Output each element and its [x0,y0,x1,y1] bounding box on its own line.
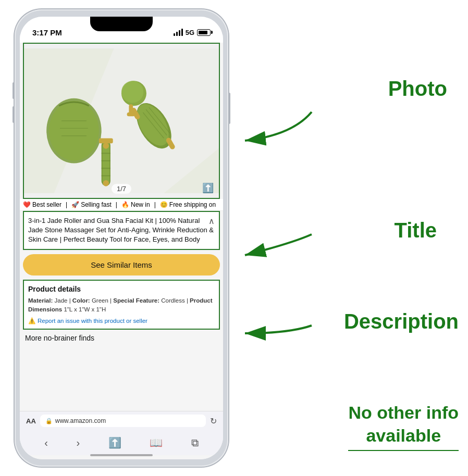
status-icons: 5G [174,29,211,36]
expand-button[interactable]: ∧ [208,216,215,226]
browser-aa[interactable]: AA [26,417,36,425]
product-details-heading: Product details [28,285,215,293]
volume-up-button [13,82,15,99]
image-counter: 1/7 [112,184,131,194]
tag-new-in: 🔥 New in [121,201,150,208]
annotation-title: Title [394,219,437,242]
volume-down-button [13,106,15,123]
report-issue-link[interactable]: ⚠️ Report an issue with this product or … [28,317,215,324]
tag-free-shipping: 😊 Free shipping on [160,201,216,208]
svg-point-4 [49,101,99,161]
tag-best-seller: ❤️ Best seller [23,201,61,208]
status-bar: 3:17 PM 5G [20,17,223,43]
share-icon[interactable]: ⬆️ [202,182,214,194]
forward-button[interactable]: › [76,437,80,449]
lock-icon: 🔒 [45,418,53,424]
product-title-section: 3-in-1 Jade Roller and Gua Sha Facial Ki… [23,211,220,250]
annotation-description: Description [344,310,459,333]
status-time: 3:17 PM [32,28,62,37]
tags-bar: ❤️ Best seller | 🚀 Selling fast | 🔥 New … [20,199,223,211]
back-button[interactable]: ‹ [44,437,48,449]
browser-bar: AA 🔒 www.amazon.com ↻ [20,411,223,430]
svg-rect-16 [99,139,113,144]
screen-content: 1/7 ⬆️ ❤️ Best seller | 🚀 Selling fast |… [20,43,223,459]
phone-screen: 3:17 PM 5G [20,17,223,459]
power-button [228,93,230,124]
see-similar-items-button[interactable]: See Similar Items [23,254,220,275]
share-button[interactable]: ⬆️ [108,436,121,449]
phone-frame: 3:17 PM 5G [15,9,228,467]
network-type: 5G [186,29,194,36]
url-text: www.amazon.com [55,417,106,424]
product-details-section: Product details Material: Jade | Color: … [23,280,220,330]
product-title: 3-in-1 Jade Roller and Gua Sha Facial Ki… [28,216,215,245]
browser-url-bar[interactable]: 🔒 www.amazon.com [40,415,206,427]
svg-point-15 [103,143,109,149]
annotation-no-info: No other infoavailable [348,401,459,451]
product-details-content: Material: Jade | Color: Green | Special … [28,296,215,315]
notch [90,17,153,31]
svg-point-14 [103,180,109,186]
battery-icon [197,29,211,36]
signal-icon [174,29,183,36]
tabs-button[interactable]: ⧉ [191,437,199,449]
refresh-button[interactable]: ↻ [210,416,217,426]
annotation-photo: Photo [388,77,447,101]
tag-selling-fast: 🚀 Selling fast [71,201,112,208]
product-image[interactable]: 1/7 ⬆️ [23,43,220,199]
browser-nav-bar: ‹ › ⬆️ 📖 ⧉ [20,430,223,455]
svg-point-18 [121,81,143,103]
more-finds-section: More no-brainer finds [20,330,223,346]
home-indicator [90,454,153,456]
bookmarks-button[interactable]: 📖 [150,436,163,449]
